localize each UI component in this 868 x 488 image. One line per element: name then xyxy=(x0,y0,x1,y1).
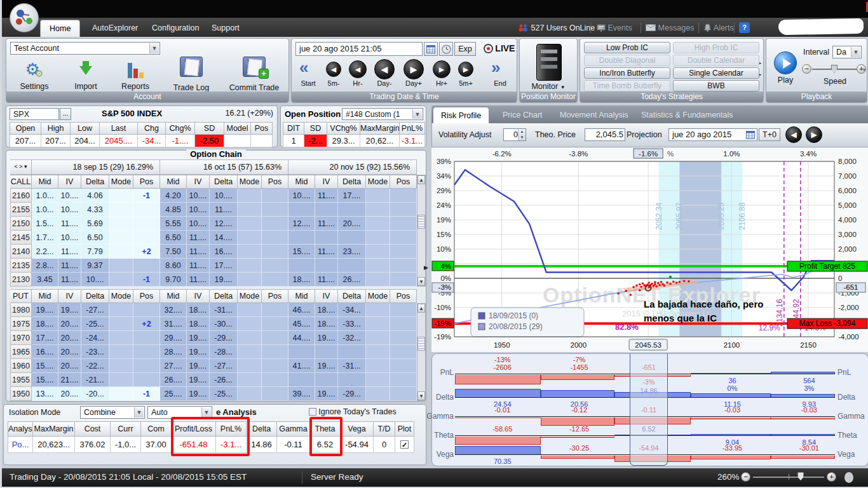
chain-cell[interactable] xyxy=(238,231,262,245)
speed-minus-button[interactable]: − xyxy=(802,64,811,74)
chain-cell[interactable] xyxy=(315,373,338,387)
chain-cell[interactable] xyxy=(109,217,133,231)
chain-cell[interactable] xyxy=(262,387,288,401)
strategy-button-bwb[interactable]: BWB xyxy=(673,80,759,92)
chain-cell[interactable] xyxy=(315,231,338,245)
strike-cell[interactable]: 2140 xyxy=(10,245,32,259)
chain-cell[interactable]: -25... xyxy=(210,387,238,401)
chain-cell[interactable] xyxy=(390,373,417,387)
account-selector[interactable]: Test Account ▼ xyxy=(10,42,160,55)
nav-end-button[interactable]: » xyxy=(491,59,500,76)
chain-cell[interactable] xyxy=(366,317,390,331)
zoom-slider-thumb[interactable] xyxy=(797,472,804,480)
chain-cell[interactable] xyxy=(288,259,315,273)
chain-cell[interactable]: 6.50 xyxy=(81,231,109,245)
chain-cell[interactable] xyxy=(238,245,262,259)
chain-cell[interactable] xyxy=(390,331,417,345)
chain-cell[interactable] xyxy=(315,345,338,359)
nav-start-button[interactable]: « xyxy=(299,59,308,76)
scroll-up-icon[interactable]: ▲ xyxy=(417,304,425,313)
chain-cell[interactable] xyxy=(109,203,133,217)
strike-cell[interactable]: 2130 xyxy=(10,273,32,287)
time-button[interactable] xyxy=(439,42,453,56)
chain-cell[interactable]: 10.... xyxy=(81,273,109,287)
chain-cell[interactable]: -21... xyxy=(81,373,109,387)
put-scrollbar[interactable]: ▲ ▼ xyxy=(417,303,426,401)
chain-cell[interactable]: 11.... xyxy=(187,245,210,259)
nav-5mminus-button[interactable]: ◀ xyxy=(326,62,341,77)
chain-cell[interactable] xyxy=(390,317,417,331)
chain-cell[interactable]: -26... xyxy=(210,373,238,387)
chevron-down-icon[interactable]: ▼ xyxy=(412,109,422,119)
chain-cell[interactable] xyxy=(238,317,262,331)
chain-cell[interactable]: 15.... xyxy=(32,373,58,387)
chain-cell[interactable] xyxy=(238,273,262,287)
chain-cell[interactable]: -24... xyxy=(81,331,109,345)
chain-cell[interactable] xyxy=(262,273,288,287)
chain-cell[interactable]: 19.... xyxy=(58,303,81,317)
chain-cell[interactable]: 25.... xyxy=(160,387,187,401)
chain-cell[interactable] xyxy=(338,345,366,359)
chain-cell[interactable] xyxy=(238,345,262,359)
auto-selector[interactable]: Auto▼ xyxy=(147,406,212,419)
chain-cell[interactable] xyxy=(288,203,315,217)
tab-movement-analysis[interactable]: Movement Analysis xyxy=(552,107,636,123)
chain-cell[interactable]: 20.... xyxy=(338,217,366,231)
strike-cell[interactable]: 2150 xyxy=(10,217,32,231)
chain-cell[interactable]: 17.... xyxy=(338,189,366,203)
chain-cell[interactable]: -22... xyxy=(81,359,109,373)
chain-cell[interactable]: 10.... xyxy=(58,231,81,245)
strike-cell[interactable]: 2155 xyxy=(10,203,32,217)
chain-cell[interactable] xyxy=(390,231,417,245)
projection-date-field[interactable]: jue 20 ago 2015 xyxy=(668,128,757,141)
chevron-down-icon[interactable]: ▼ xyxy=(149,43,159,53)
chain-cell[interactable]: 11.... xyxy=(58,259,81,273)
chain-cell[interactable]: 16.... xyxy=(32,345,58,359)
chain-cell[interactable] xyxy=(288,231,315,245)
strategy-button-single-calendar[interactable]: Single Calendar xyxy=(673,67,759,79)
chain-cell[interactable]: 26.... xyxy=(160,373,187,387)
chain-cell[interactable]: 18.... xyxy=(315,317,338,331)
chain-cell[interactable]: 2.2... xyxy=(32,245,58,259)
nav-5mplus-button[interactable]: ▶ xyxy=(458,62,473,77)
chain-cell[interactable]: 18.... xyxy=(187,317,210,331)
chain-cell[interactable] xyxy=(338,259,366,273)
interval-selector[interactable]: Da ▼ xyxy=(832,46,862,58)
chain-cell[interactable]: 21.... xyxy=(58,373,81,387)
chain-cell[interactable]: 19.... xyxy=(315,359,338,373)
chain-cell[interactable]: 19.... xyxy=(315,387,338,401)
chain-cell[interactable]: 20.... xyxy=(58,387,81,401)
play-button[interactable] xyxy=(774,51,797,74)
nav-Dayplus-button[interactable]: ▶ xyxy=(403,59,424,79)
ignore-trades-control[interactable]: Ignore Today's Trades xyxy=(309,407,397,416)
strike-cell[interactable]: 1975 xyxy=(10,317,32,331)
nav-Hrplus-button[interactable]: ▶ xyxy=(433,60,451,78)
chain-cell[interactable]: 19.... xyxy=(187,331,210,345)
chain-cell[interactable] xyxy=(366,359,390,373)
live-button[interactable]: LIVE xyxy=(484,43,515,56)
chain-cell[interactable]: 10.... xyxy=(58,203,81,217)
tab-statistics-fundamentals[interactable]: Statistics & Fundamentals xyxy=(634,107,741,123)
chain-cell[interactable]: 5.69 xyxy=(81,217,109,231)
chain-cell[interactable] xyxy=(238,359,262,373)
expiry-header[interactable]: 18 sep 15 (29) 16.29% xyxy=(32,159,160,175)
tab-risk-profile[interactable]: Risk Profile xyxy=(433,107,489,123)
chain-cell[interactable] xyxy=(366,259,390,273)
chain-cell[interactable] xyxy=(288,345,315,359)
tab-price-chart[interactable]: Price Chart xyxy=(495,107,550,123)
chain-cell[interactable] xyxy=(390,203,417,217)
chain-cell[interactable] xyxy=(238,303,262,317)
chain-cell[interactable] xyxy=(133,303,160,317)
trading-datetime-field[interactable]: jue 20 ago 2015 21:05 xyxy=(295,42,423,56)
chain-cell[interactable]: 4.33 xyxy=(81,203,109,217)
chain-cell[interactable] xyxy=(262,231,288,245)
alerts-item[interactable]: Alerts xyxy=(703,22,734,34)
chain-cell[interactable]: 9.70 xyxy=(160,273,187,287)
chain-cell[interactable] xyxy=(109,317,133,331)
chain-cell[interactable] xyxy=(109,331,133,345)
scroll-down-icon[interactable]: ▼ xyxy=(417,277,425,286)
chain-cell[interactable]: -28... xyxy=(210,345,238,359)
chain-cell[interactable]: 1.7... xyxy=(32,231,58,245)
chain-cell[interactable] xyxy=(133,217,160,231)
chain-cell[interactable]: 19.... xyxy=(187,387,210,401)
